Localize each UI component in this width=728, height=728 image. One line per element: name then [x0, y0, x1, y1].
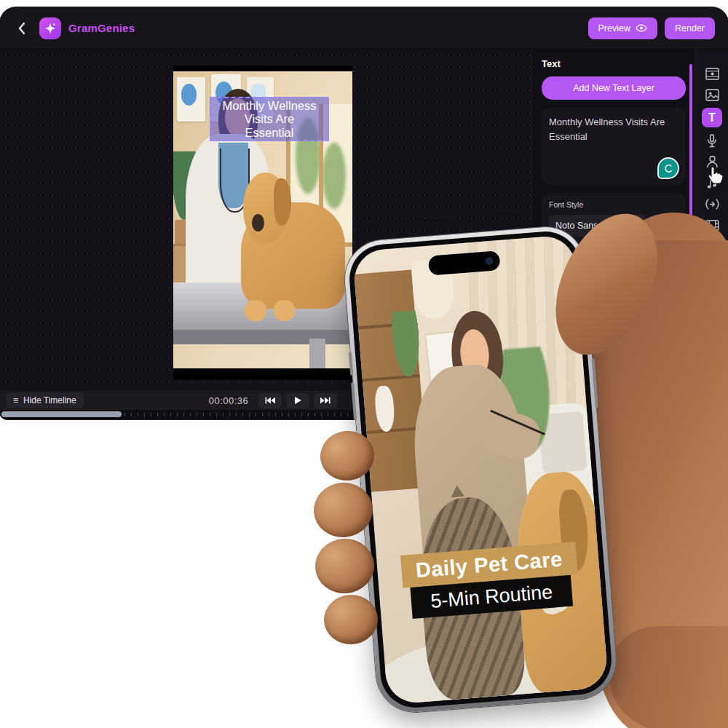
microphone-icon[interactable]: [703, 132, 722, 149]
add-text-layer-button[interactable]: Add New Text Layer: [542, 76, 686, 100]
panel-title: Text: [542, 58, 686, 69]
font-style-label: Font Style: [549, 200, 678, 209]
screenshot-stage: GramGenies Preview Render: [0, 0, 728, 728]
pointer-cursor: [708, 166, 724, 185]
top-bar: GramGenies Preview Render: [0, 7, 728, 50]
text-tool-icon[interactable]: T: [702, 108, 722, 127]
back-button[interactable]: [13, 20, 29, 36]
overlay-line: Essential: [245, 126, 294, 139]
video-frame[interactable]: Monthly Wellness Visits Are Essential: [173, 66, 352, 380]
menu-icon: ≡: [13, 395, 18, 405]
render-label: Render: [675, 23, 705, 33]
overlay-line: Monthly Wellness: [223, 99, 317, 112]
preview-button[interactable]: Preview: [588, 17, 657, 39]
image-icon[interactable]: [703, 87, 722, 103]
grammar-assistant-icon[interactable]: [657, 157, 679, 179]
skip-back-button[interactable]: [258, 393, 282, 408]
render-button[interactable]: Render: [665, 17, 715, 39]
timeline-scrollbar[interactable]: [1, 411, 122, 417]
video-media-icon[interactable]: [703, 66, 722, 82]
timecode: 00:00:36: [209, 395, 249, 406]
skip-forward-button[interactable]: [314, 393, 337, 408]
hand-wrist: [610, 626, 728, 728]
play-button[interactable]: [286, 393, 309, 408]
overlay-line: Visits Are: [245, 112, 294, 125]
text-content-field[interactable]: Monthly Wellness Visits Are Essential: [542, 108, 686, 185]
brand-name: GramGenies: [68, 22, 135, 34]
eye-icon: [636, 24, 647, 32]
fingertip: [323, 594, 379, 646]
transitions-icon[interactable]: [703, 196, 722, 212]
sparkle-icon: [39, 17, 61, 39]
selected-text-layer[interactable]: Monthly Wellness Visits Are Essential: [210, 97, 329, 141]
hide-timeline-label: Hide Timeline: [23, 395, 76, 405]
preview-label: Preview: [598, 23, 630, 33]
text-content-value: Monthly Wellness Visits Are Essential: [549, 116, 665, 142]
hide-timeline-button[interactable]: ≡ Hide Timeline: [6, 392, 84, 408]
